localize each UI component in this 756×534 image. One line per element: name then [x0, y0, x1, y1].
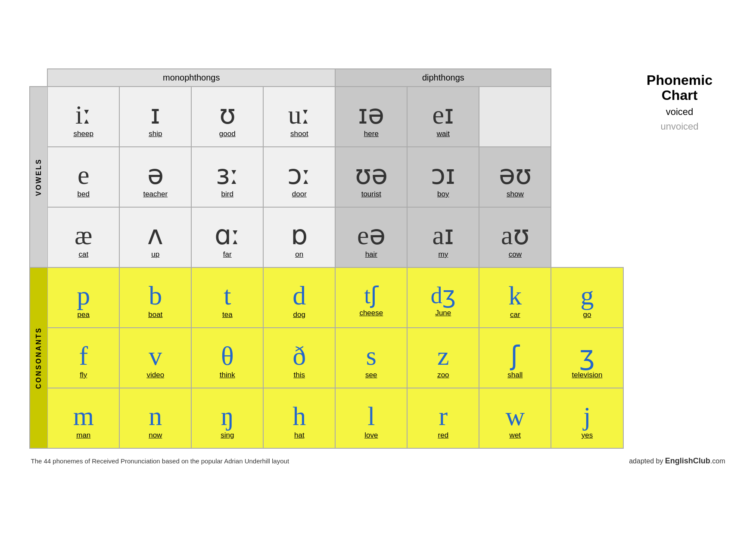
- phoneme-symbol: s: [336, 342, 407, 369]
- phoneme-cell: ð this: [263, 328, 335, 388]
- phoneme-cell: v video: [119, 328, 191, 388]
- phoneme-word: boat: [120, 310, 191, 319]
- cell-spacer: [551, 87, 623, 147]
- phoneme-word: this: [264, 371, 335, 379]
- footer-brand: adapted by EnglishClub.com: [629, 456, 725, 466]
- top-area: monophthongs diphthongs VOWELS iː sheep: [29, 68, 727, 449]
- phoneme-symbol: ɪə: [336, 101, 407, 128]
- phoneme-symbol: ɔɪ: [408, 161, 479, 188]
- phoneme-word: door: [264, 190, 335, 199]
- phoneme-word: shall: [479, 371, 551, 379]
- phoneme-symbol: t: [192, 282, 263, 309]
- phoneme-word: now: [120, 431, 191, 440]
- phoneme-word: television: [551, 371, 622, 379]
- phoneme-word: on: [264, 250, 335, 259]
- phoneme-word: go: [551, 310, 622, 319]
- phoneme-symbol: ʊ: [192, 101, 263, 128]
- consonant-row-2: f fly v video θ think ð: [30, 328, 623, 388]
- phoneme-word: cat: [48, 250, 119, 259]
- phoneme-cell: θ think: [191, 328, 263, 388]
- phoneme-cell: ʊə tourist: [335, 147, 407, 207]
- phoneme-word: up: [120, 250, 191, 259]
- phoneme-word: fly: [48, 371, 119, 379]
- phoneme-cell: t tea: [191, 267, 263, 328]
- phoneme-word: red: [408, 431, 479, 440]
- phoneme-cell: eə hair: [335, 207, 407, 267]
- phoneme-word: June: [408, 309, 479, 317]
- phoneme-cell: ɑː far: [191, 207, 263, 267]
- phoneme-cell: ɔɪ boy: [407, 147, 479, 207]
- phoneme-cell: ə teacher: [119, 147, 191, 207]
- phoneme-cell: ɪ ship: [119, 87, 191, 147]
- diphthongs-header: diphthongs: [335, 69, 551, 87]
- chart-wrapper: monophthongs diphthongs VOWELS iː sheep: [29, 68, 624, 449]
- phoneme-symbol: ŋ: [192, 403, 263, 429]
- phoneme-cell: d dog: [263, 267, 335, 328]
- corner-cell: [30, 69, 48, 87]
- phoneme-cell: ʒ television: [551, 328, 623, 388]
- phoneme-cell: æ cat: [47, 207, 119, 267]
- phoneme-cell: ʊ good: [191, 87, 263, 147]
- phoneme-word: bird: [192, 190, 263, 199]
- phoneme-symbol: r: [408, 403, 479, 429]
- phoneme-symbol: əʊ: [479, 161, 551, 188]
- phoneme-symbol: d: [264, 282, 335, 309]
- consonant-row-3: m man n now ŋ sing h hat: [30, 388, 623, 448]
- phoneme-symbol: h: [264, 403, 335, 429]
- phoneme-word: hair: [336, 250, 407, 259]
- phoneme-cell: j yes: [551, 388, 623, 448]
- phoneme-symbol: uː: [264, 101, 335, 128]
- phoneme-cell: tʃ cheese: [335, 267, 407, 328]
- phoneme-word: sing: [192, 431, 263, 440]
- phonemic-table: monophthongs diphthongs VOWELS iː sheep: [29, 68, 624, 449]
- phoneme-cell: z zoo: [407, 328, 479, 388]
- phoneme-cell: aʊ cow: [479, 207, 551, 267]
- phoneme-cell: ɪə here: [335, 87, 407, 147]
- phoneme-symbol: v: [120, 342, 191, 369]
- phoneme-cell: iː sheep: [47, 87, 119, 147]
- title-box: PhonemicChart voiced unvoiced: [632, 68, 727, 137]
- vowel-row-3: æ cat ʌ up ɑː far ɒ on: [30, 207, 623, 267]
- chart-title: PhonemicChart: [637, 73, 723, 103]
- phoneme-symbol: ʃ: [479, 342, 551, 369]
- phoneme-word: here: [336, 130, 407, 138]
- phoneme-symbol: p: [48, 282, 119, 309]
- phoneme-word: cheese: [336, 309, 407, 317]
- phoneme-symbol: ɑː: [192, 222, 263, 248]
- phoneme-word: cow: [479, 250, 551, 259]
- phoneme-word: my: [408, 250, 479, 259]
- cell-spacer: [551, 207, 623, 267]
- phoneme-word: think: [192, 371, 263, 379]
- phoneme-symbol: ð: [264, 342, 335, 369]
- phoneme-symbol: k: [479, 282, 551, 309]
- phoneme-cell: ɜː bird: [191, 147, 263, 207]
- phoneme-word: shoot: [264, 130, 335, 138]
- phoneme-word: hat: [264, 431, 335, 440]
- phoneme-cell: r red: [407, 388, 479, 448]
- phoneme-word: ship: [120, 130, 191, 138]
- phoneme-symbol: b: [120, 282, 191, 309]
- phoneme-symbol: ɪ: [120, 101, 191, 128]
- phoneme-word: good: [192, 130, 263, 138]
- phoneme-word: sheep: [48, 130, 119, 138]
- empty-diphthong-cell: [479, 87, 551, 147]
- phoneme-symbol: aʊ: [479, 222, 551, 248]
- phoneme-symbol: ʌ: [120, 222, 191, 248]
- monophthongs-header: monophthongs: [47, 69, 335, 87]
- phoneme-word: teacher: [120, 190, 191, 199]
- phoneme-cell: l love: [335, 388, 407, 448]
- phoneme-symbol: f: [48, 342, 119, 369]
- phoneme-word: love: [336, 431, 407, 440]
- phoneme-word: pea: [48, 310, 119, 319]
- vowel-row-2: e bed ə teacher ɜː bird ɔː: [30, 147, 623, 207]
- phoneme-cell: s see: [335, 328, 407, 388]
- phoneme-cell: ŋ sing: [191, 388, 263, 448]
- phoneme-word: wet: [479, 431, 551, 440]
- phoneme-word: tourist: [336, 190, 407, 199]
- phoneme-symbol: w: [479, 403, 551, 429]
- phoneme-cell: f fly: [47, 328, 119, 388]
- phoneme-cell: ʌ up: [119, 207, 191, 267]
- phoneme-cell: n now: [119, 388, 191, 448]
- phoneme-cell: ɒ on: [263, 207, 335, 267]
- phoneme-symbol: aɪ: [408, 222, 479, 248]
